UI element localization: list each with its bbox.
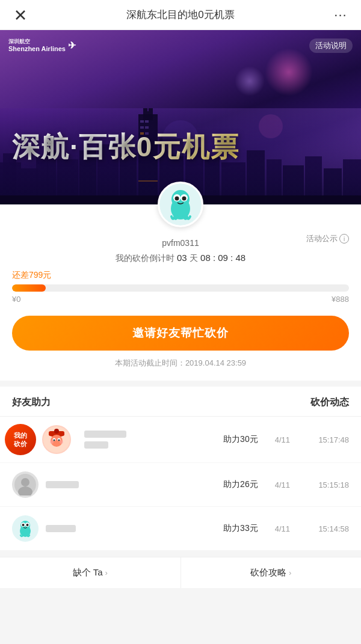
announce-label: 活动公示 bbox=[306, 233, 338, 244]
close-icon bbox=[14, 9, 26, 21]
bargain-tips-label: 砍价攻略 bbox=[250, 567, 286, 578]
logo-en: Shenzhen Airlines bbox=[8, 45, 66, 53]
shortage-label: 还差799元 bbox=[12, 270, 349, 281]
friend-name-bar1 bbox=[46, 525, 76, 532]
countdown-row: 我的砍价倒计时 03 天 08 : 09 : 48 bbox=[0, 250, 361, 270]
activity-link[interactable]: 活动说明 bbox=[309, 38, 353, 53]
friend-date: 4/11 bbox=[275, 524, 290, 533]
more-button[interactable]: ··· bbox=[330, 7, 351, 23]
banner: 深圳航空 Shenzhen Airlines ✈ 活动说明 深航·百张0元机票 bbox=[0, 30, 361, 204]
svg-point-42 bbox=[182, 197, 187, 201]
friend-name-placeholder bbox=[84, 431, 138, 449]
svg-point-41 bbox=[175, 197, 179, 201]
svg-point-51 bbox=[58, 440, 60, 441]
bargain-tips-button[interactable]: 砍价攻略 › bbox=[181, 557, 362, 588]
banner-headline: 深航·百张0元机票 bbox=[12, 132, 349, 162]
logo-cn: 深圳航空 bbox=[8, 38, 66, 45]
avatar bbox=[158, 182, 203, 227]
friend-item: 我的 砍价 bbox=[0, 417, 361, 463]
missing-ta-button[interactable]: 缺个 Ta › bbox=[0, 557, 181, 588]
svg-point-62 bbox=[22, 524, 25, 526]
progress-bar-bg bbox=[12, 284, 349, 292]
progress-bar-fill bbox=[12, 284, 46, 292]
mascot-icon bbox=[159, 183, 202, 225]
countdown-day-sep: 天 bbox=[190, 253, 198, 263]
friend1-mascot-icon bbox=[43, 426, 70, 453]
friend-item: 助力33元 4/11 15:14:58 bbox=[0, 507, 361, 551]
my-badge-line2: 砍价 bbox=[14, 440, 27, 448]
svg-point-46 bbox=[54, 429, 59, 434]
my-badge: 我的 砍价 bbox=[5, 424, 36, 455]
friend-name-placeholder bbox=[46, 525, 94, 532]
airline-logo: 深圳航空 Shenzhen Airlines ✈ bbox=[8, 38, 76, 53]
friend-time: 15:14:58 bbox=[307, 524, 349, 533]
friends-header-left: 好友助力 bbox=[12, 396, 51, 409]
chevron-right-icon: › bbox=[105, 568, 108, 577]
friend3-mascot-icon bbox=[13, 517, 37, 541]
activity-announce[interactable]: 活动公示 i bbox=[306, 233, 349, 244]
friend2-avatar-icon bbox=[14, 474, 36, 495]
friend-amount: 助力26元 bbox=[223, 479, 258, 490]
chevron-right-icon2: › bbox=[289, 568, 291, 577]
main-card: 活动公示 i pvfm0311 我的砍价倒计时 03 天 08 : 09 : 4… bbox=[0, 182, 361, 381]
friend-name-bar1 bbox=[46, 481, 79, 488]
svg-point-52 bbox=[50, 440, 54, 444]
friend-amount: 助力33元 bbox=[223, 523, 258, 534]
friend-info-right: 助力26元 4/11 15:15:18 bbox=[223, 479, 349, 490]
svg-point-63 bbox=[26, 524, 29, 526]
my-badge-line1: 我的 bbox=[14, 431, 27, 440]
friend-avatar bbox=[12, 515, 39, 542]
countdown-hms: 08 : 09 : 48 bbox=[200, 253, 245, 263]
top-bar: 深航东北目的地0元机票 ··· bbox=[0, 0, 361, 30]
friend-avatar bbox=[12, 471, 39, 498]
page-title: 深航东北目的地0元机票 bbox=[31, 8, 330, 22]
countdown-label: 我的砍价倒计时 bbox=[116, 253, 174, 263]
svg-point-53 bbox=[60, 440, 63, 444]
svg-point-50 bbox=[54, 440, 55, 441]
friend-time: 15:15:18 bbox=[307, 480, 349, 489]
deadline-text: 本期活动截止时间：2019.04.14 23:59 bbox=[0, 358, 361, 369]
friend-avatar bbox=[42, 425, 71, 454]
banner-main-text: 深航·百张0元机票 bbox=[12, 132, 349, 162]
friend-item: 助力26元 4/11 15:15:18 bbox=[0, 463, 361, 507]
svg-point-55 bbox=[21, 478, 29, 486]
banner-glow2 bbox=[235, 66, 265, 96]
friend-info-right: 助力30元 4/11 15:17:48 bbox=[223, 434, 349, 445]
announce-row: 活动公示 i bbox=[0, 227, 361, 233]
close-button[interactable] bbox=[10, 9, 31, 21]
progress-start: ¥0 bbox=[12, 295, 20, 304]
friends-header: 好友助力 砍价动态 bbox=[0, 387, 361, 417]
more-icon: ··· bbox=[334, 7, 347, 23]
username: pvfm0311 bbox=[162, 238, 199, 248]
info-icon: i bbox=[339, 234, 349, 244]
friend-amount: 助力30元 bbox=[223, 434, 258, 445]
friend-name-bar2 bbox=[84, 441, 108, 449]
friends-header-right: 砍价动态 bbox=[310, 396, 349, 409]
friend-info-right: 助力33元 4/11 15:14:58 bbox=[223, 523, 349, 534]
avatar-section bbox=[0, 182, 361, 227]
friends-card: 好友助力 砍价动态 我的 砍价 bbox=[0, 387, 361, 551]
countdown-days: 03 bbox=[177, 253, 187, 263]
banner-glow1 bbox=[265, 48, 313, 96]
progress-end: ¥888 bbox=[332, 295, 349, 304]
cta-button[interactable]: 邀请好友帮忙砍价 bbox=[12, 316, 349, 351]
bottom-bar: 缺个 Ta › 砍价攻略 › bbox=[0, 557, 361, 588]
progress-endpoints: ¥0 ¥888 bbox=[12, 295, 349, 304]
friend-date: 4/11 bbox=[275, 435, 290, 444]
friend-name-placeholder bbox=[46, 481, 94, 488]
missing-ta-label: 缺个 Ta bbox=[73, 567, 103, 578]
friend-time: 15:17:48 bbox=[307, 435, 349, 444]
plane-icon: ✈ bbox=[68, 40, 76, 51]
friend-date: 4/11 bbox=[275, 480, 290, 489]
friend-name-bar1 bbox=[84, 431, 126, 438]
progress-area: 还差799元 ¥0 ¥888 bbox=[0, 270, 361, 304]
